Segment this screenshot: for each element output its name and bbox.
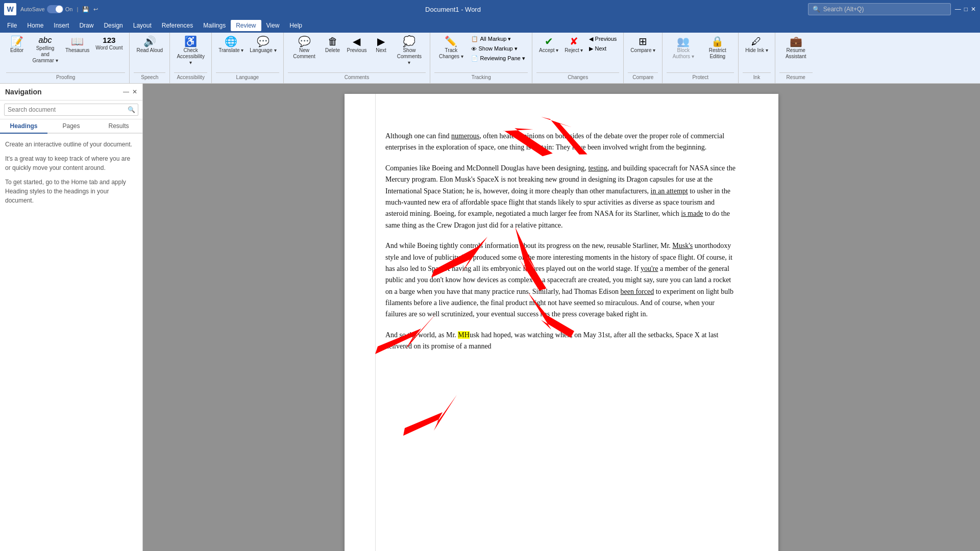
- compare-label: Compare ▾: [630, 47, 655, 54]
- spelling-icon: abc: [39, 36, 52, 44]
- newcomment-icon: 💬: [298, 36, 311, 46]
- compare-group-label: Compare: [628, 72, 658, 81]
- thesaurus-label: Thesaurus: [65, 47, 89, 54]
- phrase-youre: you're: [641, 265, 658, 272]
- ribbon-group-protect: 👥 Block Authors ▾ 🔒 Restrict Editing Pro…: [663, 33, 739, 83]
- hideink-button[interactable]: 🖊 Hide Ink ▾: [743, 35, 770, 55]
- menu-design[interactable]: Design: [99, 20, 128, 31]
- search-placeholder: Search (Alt+Q): [823, 6, 864, 13]
- undo-icon[interactable]: ↩: [93, 6, 98, 13]
- search-bar[interactable]: 🔍 Search (Alt+Q): [808, 3, 951, 15]
- menu-layout[interactable]: Layout: [128, 20, 157, 31]
- accessibility-items: ♿ Check Accessibility ▾: [174, 35, 207, 71]
- close-btn[interactable]: ✕: [971, 6, 976, 13]
- reject-label: Reject ▾: [565, 47, 583, 54]
- ink-items: 🖊 Hide Ink ▾: [743, 35, 770, 71]
- changes-items: ✔ Accept ▾ ✘ Reject ▾ ◀ Previous ▶ Next: [536, 35, 619, 71]
- blockauthors-label: Block Authors ▾: [669, 47, 697, 60]
- newcomment-button[interactable]: 💬 New Comment: [288, 35, 321, 61]
- menu-view[interactable]: View: [261, 20, 285, 31]
- maximize-btn[interactable]: □: [964, 6, 968, 13]
- tab-headings[interactable]: Headings: [0, 119, 47, 134]
- blockauthors-button[interactable]: 👥 Block Authors ▾: [667, 35, 700, 61]
- blockauthors-icon: 👥: [677, 36, 690, 46]
- search-icon: 🔍: [813, 6, 820, 13]
- menu-references[interactable]: References: [157, 20, 198, 31]
- menu-home[interactable]: Home: [22, 20, 48, 31]
- left-margin-line: [375, 94, 376, 551]
- protect-group-label: Protect: [667, 72, 734, 81]
- wordcount-button[interactable]: 123 Word Count: [93, 35, 125, 53]
- paragraph-4: And so the world, as Mr. MHusk had hoped…: [385, 330, 738, 353]
- accessibility-label: Check Accessibility ▾: [177, 47, 205, 66]
- editor-label: Editor: [10, 47, 23, 54]
- editor-button[interactable]: 📝 Editor: [6, 35, 28, 55]
- reviewingpane-button[interactable]: 📄 Reviewing Pane ▾: [469, 54, 528, 63]
- next-comment-label: Next: [376, 47, 386, 54]
- minimize-btn[interactable]: —: [955, 6, 961, 13]
- arrow-7: [403, 395, 457, 436]
- readaloud-button[interactable]: 🔊 Read Aloud: [134, 35, 165, 55]
- tracking-items: ✏️ Track Changes ▾ 📋 All Markup ▾ 👁 Show…: [434, 35, 528, 71]
- prev-change-button[interactable]: ◀ Previous: [586, 35, 619, 43]
- accept-button[interactable]: ✔ Accept ▾: [536, 35, 561, 55]
- delete-label: Delete: [325, 47, 340, 54]
- changes-group-label: Changes: [536, 72, 619, 81]
- document-area[interactable]: Although one can find numerous, often he…: [143, 84, 980, 551]
- hideink-icon: 🖊: [751, 36, 762, 46]
- reject-button[interactable]: ✘ Reject ▾: [562, 35, 585, 55]
- menu-insert[interactable]: Insert: [48, 20, 74, 31]
- menu-mailings[interactable]: Mailings: [198, 20, 231, 31]
- thesaurus-button[interactable]: 📖 Thesaurus: [63, 35, 92, 55]
- nav-close-icon[interactable]: ✕: [132, 88, 137, 95]
- spelling-button[interactable]: abc Spelling and Grammar ▾: [29, 35, 62, 65]
- nav-content: Create an interactive outline of your do…: [0, 134, 142, 216]
- compare-icon: ⊞: [639, 36, 647, 46]
- menu-draw[interactable]: Draw: [74, 20, 99, 31]
- tracking-group-label: Tracking: [434, 72, 528, 81]
- paragraph-3: And while Boeing tightly controls inform…: [385, 240, 738, 320]
- menu-review[interactable]: Review: [231, 20, 261, 31]
- reviewingpane-label: Reviewing Pane ▾: [480, 55, 525, 62]
- showcomments-button[interactable]: 💭 Show Comments ▾: [393, 35, 426, 67]
- showmarkup-button[interactable]: 👁 Show Markup ▾: [469, 44, 528, 53]
- next-change-button[interactable]: ▶ Next: [586, 44, 619, 53]
- tracking-right: 📋 All Markup ▾ 👁 Show Markup ▾ 📄 Reviewi…: [469, 35, 528, 63]
- ribbon-group-ink: 🖊 Hide Ink ▾ Ink: [739, 33, 775, 83]
- resumeassistant-button[interactable]: 💼 Resume Assistant: [779, 35, 813, 61]
- changes-nav: ◀ Previous ▶ Next: [586, 35, 619, 53]
- compare-button[interactable]: ⊞ Compare ▾: [628, 35, 658, 55]
- language-items: 🌐 Translate ▾ 💬 Language ▾: [216, 35, 279, 71]
- menu-file[interactable]: File: [2, 20, 22, 31]
- compare-items: ⊞ Compare ▾: [628, 35, 658, 71]
- autosave-state: On: [65, 6, 73, 12]
- trackchanges-button[interactable]: ✏️ Track Changes ▾: [434, 35, 468, 61]
- autosave-toggle[interactable]: [47, 5, 63, 13]
- menu-help[interactable]: Help: [284, 20, 307, 31]
- prev-comment-button[interactable]: ◀ Previous: [345, 35, 370, 55]
- delete-comment-button[interactable]: 🗑 Delete: [322, 35, 344, 55]
- highlight-MHusk: MH: [458, 331, 470, 339]
- ribbon-group-compare: ⊞ Compare ▾ Compare: [624, 33, 663, 83]
- nav-title: Navigation: [5, 88, 42, 96]
- title-bar-left: W AutoSave On | 💾 ↩: [4, 3, 98, 15]
- ribbon-group-speech: 🔊 Read Aloud Speech: [130, 33, 170, 83]
- ribbon-group-changes: ✔ Accept ▾ ✘ Reject ▾ ◀ Previous ▶ Next …: [532, 33, 624, 83]
- language-icon: 💬: [257, 36, 270, 46]
- restrictediting-button[interactable]: 🔒 Restrict Editing: [701, 35, 734, 61]
- nav-collapse-icon[interactable]: —: [123, 88, 129, 95]
- save-icon[interactable]: 💾: [82, 6, 89, 13]
- ribbon-group-resume: 💼 Resume Assistant Resume: [775, 33, 817, 83]
- tab-pages[interactable]: Pages: [47, 119, 95, 133]
- language-button[interactable]: 💬 Language ▾: [247, 35, 279, 55]
- ribbon: 📝 Editor abc Spelling and Grammar ▾ 📖 Th…: [0, 33, 980, 84]
- next-comment-button[interactable]: ▶ Next: [370, 35, 391, 55]
- nav-search: 🔍: [0, 101, 142, 119]
- tab-results[interactable]: Results: [95, 119, 142, 133]
- allmarkup-button[interactable]: 📋 All Markup ▾: [469, 35, 528, 43]
- comments-items: 💬 New Comment 🗑 Delete ◀ Previous ▶ Next…: [288, 35, 426, 71]
- translate-button[interactable]: 🌐 Translate ▾: [216, 35, 246, 55]
- accessibility-button[interactable]: ♿ Check Accessibility ▾: [174, 35, 207, 67]
- search-input[interactable]: [4, 104, 138, 116]
- search-go-icon[interactable]: 🔍: [128, 106, 135, 113]
